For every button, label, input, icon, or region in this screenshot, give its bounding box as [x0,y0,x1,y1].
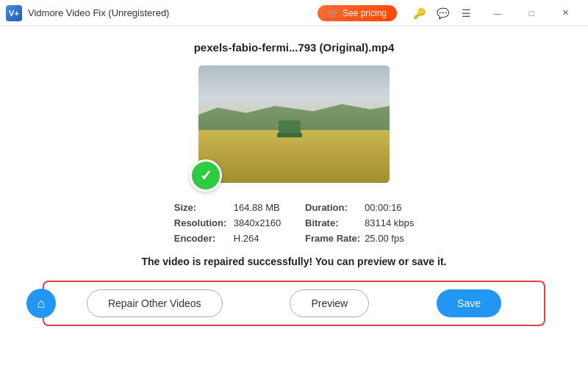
home-icon: ⌂ [37,296,46,311]
maximize-button[interactable]: □ [514,0,548,26]
size-value: 164.88 MB [234,202,280,213]
video-filename: pexels-fabio-fermi...793 (Original).mp4 [194,41,395,54]
scene-field [198,130,390,183]
info-row-resolution: Resolution: 3840x2160 [174,217,283,228]
window-controls: — □ ✕ [481,0,582,26]
size-label: Size: [174,202,229,213]
success-badge: ✓ [190,159,222,192]
encoder-value: H.264 [234,233,259,244]
duration-value: 00:00:16 [365,202,402,213]
home-button[interactable]: ⌂ [26,289,56,318]
close-button[interactable]: ✕ [548,0,582,26]
video-thumbnail [198,65,390,183]
titlebar-icons: 🔑 💬 ☰ [409,3,476,24]
duration-label: Duration: [305,202,360,213]
action-bar-wrapper: ⌂ Repair Other Videos Preview Save [43,281,545,326]
titlebar-left: V+ Vidmore Video Fix (Unregistered) [6,5,169,21]
preview-button[interactable]: Preview [290,289,369,317]
bitrate-label: Bitrate: [305,217,360,228]
bitrate-value: 83114 kbps [365,217,414,228]
video-container: ✓ [198,65,390,183]
resolution-value: 3840x2160 [234,217,281,228]
minimize-button[interactable]: — [481,0,514,26]
key-icon-button[interactable]: 🔑 [409,3,429,24]
titlebar: V+ Vidmore Video Fix (Unregistered) 🛒 Se… [0,0,588,26]
app-title: Vidmore Video Fix (Unregistered) [28,7,169,18]
info-row-encoder: Encoder: H.264 [174,233,283,244]
encoder-label: Encoder: [174,233,229,244]
main-content: pexels-fabio-fermi...793 (Original).mp4 … [0,26,588,379]
chat-icon-button[interactable]: 💬 [432,3,453,24]
app-logo: V+ [6,5,22,21]
scene-vehicle [279,120,301,134]
cart-icon: 🛒 [328,8,339,18]
repair-other-button[interactable]: Repair Other Videos [87,289,223,317]
framerate-label: Frame Rate: [305,233,360,244]
pricing-button[interactable]: 🛒 See pricing [318,5,397,21]
info-row-duration: Duration: 00:00:16 [305,202,414,213]
resolution-label: Resolution: [174,217,229,228]
titlebar-right: 🛒 See pricing 🔑 💬 ☰ — □ ✕ [318,0,582,26]
info-row-bitrate: Bitrate: 83114 kbps [305,217,414,228]
action-bar: Repair Other Videos Preview Save [43,281,545,326]
menu-icon-button[interactable]: ☰ [456,3,476,24]
video-info-grid: Size: 164.88 MB Duration: 00:00:16 Resol… [174,202,414,244]
save-button[interactable]: Save [437,289,501,317]
info-row-size: Size: 164.88 MB [174,202,283,213]
success-message: The video is repaired successfully! You … [142,256,447,267]
framerate-value: 25.00 fps [365,233,404,244]
info-row-framerate: Frame Rate: 25.00 fps [305,233,414,244]
